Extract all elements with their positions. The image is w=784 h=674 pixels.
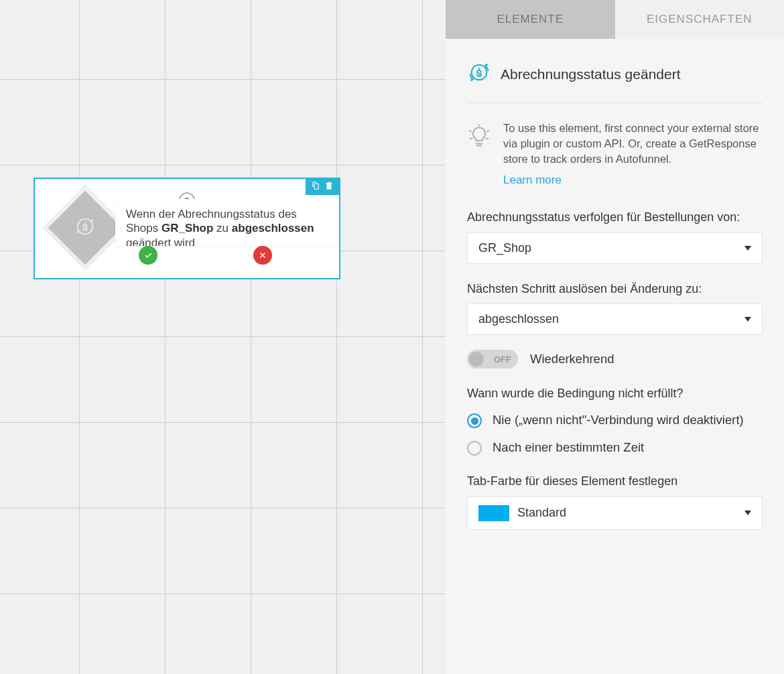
no-connector-icon[interactable] — [253, 246, 272, 265]
lightbulb-icon — [467, 121, 491, 187]
duplicate-icon[interactable] — [311, 181, 320, 193]
shop-select[interactable]: GR_Shop — [467, 232, 763, 264]
radio-after-time[interactable]: Nach einer bestimmten Zeit — [467, 440, 763, 456]
workflow-node[interactable]: Wenn der Abrechnungsstatus des Shops GR_… — [34, 178, 340, 279]
status-select[interactable]: abgeschlossen — [467, 304, 763, 335]
workflow-canvas[interactable]: Wenn der Abrechnungsstatus des Shops GR_… — [0, 0, 446, 674]
svg-point-3 — [472, 65, 487, 80]
delete-icon[interactable] — [324, 181, 334, 193]
learn-more-link[interactable]: Learn more — [503, 174, 562, 187]
svg-point-2 — [77, 231, 79, 233]
info-text: To use this element, first connect your … — [503, 121, 763, 167]
radio-icon — [467, 441, 482, 456]
recurring-toggle[interactable]: OFF — [467, 350, 518, 368]
radio-never[interactable]: Nie („wenn nicht"-Verbindung wird deakti… — [467, 412, 763, 429]
svg-point-4 — [485, 64, 488, 66]
svg-point-0 — [78, 219, 93, 234]
condition-label: Wann wurde die Bedingung nicht erfüllt? — [467, 386, 763, 401]
node-toolbar — [306, 179, 339, 195]
sidebar: ELEMENTE EIGENSCHAFTEN Abrechnungsstatus… — [446, 0, 784, 674]
yes-connector-icon[interactable] — [139, 246, 157, 265]
chevron-down-icon — [744, 511, 751, 515]
svg-point-1 — [91, 220, 93, 222]
color-select[interactable]: Standard — [467, 496, 763, 530]
node-description: Wenn der Abrechnungsstatus des Shops GR_… — [115, 199, 336, 246]
chevron-down-icon — [744, 317, 751, 322]
radio-icon — [467, 413, 482, 428]
recurring-label: Wiederkehrend — [530, 352, 614, 366]
track-orders-label: Abrechnungsstatus verfolgen für Bestellu… — [467, 210, 763, 225]
billing-status-icon — [467, 60, 491, 88]
panel-title: Abrechnungsstatus geändert — [501, 66, 681, 82]
svg-point-5 — [470, 78, 473, 81]
properties-panel: Abrechnungsstatus geändert To use this e… — [446, 39, 784, 551]
color-swatch — [478, 505, 509, 521]
chevron-down-icon — [744, 246, 751, 251]
tab-properties[interactable]: EIGENSCHAFTEN — [615, 0, 785, 39]
tab-color-label: Tab-Farbe für dieses Element festlegen — [467, 474, 763, 489]
tab-elements[interactable]: ELEMENTE — [446, 0, 615, 39]
tabs: ELEMENTE EIGENSCHAFTEN — [446, 0, 784, 39]
billing-status-icon — [74, 215, 96, 241]
trigger-label: Nächsten Schritt auslösen bei Änderung z… — [467, 281, 763, 297]
